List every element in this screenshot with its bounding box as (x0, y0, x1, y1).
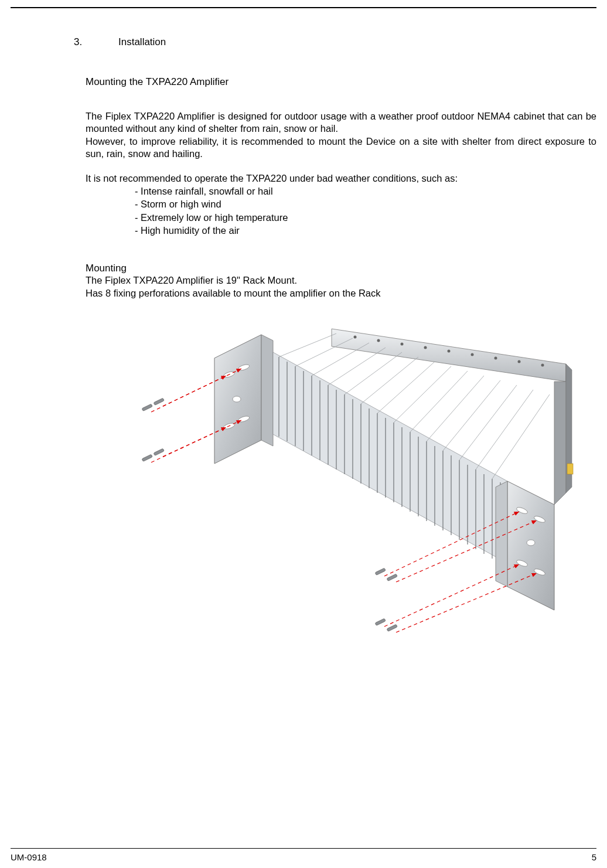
svg-marker-64 (496, 481, 507, 587)
svg-rect-85 (375, 618, 386, 625)
svg-line-56 (394, 366, 451, 423)
svg-line-58 (427, 376, 484, 441)
svg-line-49 (279, 333, 336, 357)
footer-rule (11, 848, 596, 849)
svg-rect-86 (387, 624, 397, 631)
svg-rect-80 (154, 398, 164, 405)
subsection-heading: Mounting the TXPA220 Amplifier (86, 76, 596, 88)
section-number: 3. (74, 36, 118, 48)
svg-line-53 (345, 352, 402, 394)
svg-line-60 (459, 385, 517, 460)
section-header: 3. Installation (74, 36, 596, 48)
amplifier-mounting-figure (109, 311, 589, 639)
svg-point-6 (471, 353, 474, 356)
condition-list: - Intense rainfall, snowfall or hail - S… (135, 185, 596, 237)
svg-point-2 (377, 339, 380, 342)
page-content: 3. Installation Mounting the TXPA220 Amp… (11, 36, 596, 639)
svg-marker-13 (261, 335, 273, 446)
svg-marker-19 (273, 352, 507, 563)
svg-marker-0 (332, 329, 566, 382)
svg-point-4 (424, 346, 427, 349)
svg-point-8 (518, 360, 521, 363)
svg-line-59 (443, 380, 500, 451)
list-item: - Intense rainfall, snowfall or hail (135, 185, 596, 198)
paragraph: The Fiplex TXPA220 Amplifier is designed… (86, 110, 596, 135)
section-title: Installation (118, 36, 166, 48)
paragraph: Has 8 fixing perforations available to m… (86, 287, 596, 299)
svg-rect-84 (387, 574, 397, 581)
footer-doc-id: UM-0918 (11, 852, 47, 862)
svg-rect-81 (142, 454, 152, 461)
svg-line-55 (377, 362, 435, 413)
svg-point-1 (354, 336, 357, 339)
svg-rect-79 (142, 404, 152, 411)
svg-point-18 (233, 396, 241, 402)
svg-rect-70 (567, 464, 573, 474)
paragraph: The Fiplex TXPA220 Amplifier is 19" Rack… (86, 274, 596, 287)
paragraph: It is not recommended to operate the TXP… (86, 172, 596, 185)
svg-line-52 (328, 348, 386, 385)
list-item: - Storm or high wind (135, 198, 596, 210)
svg-point-69 (527, 540, 535, 546)
svg-point-9 (541, 364, 544, 367)
footer-page-number: 5 (592, 852, 596, 862)
svg-line-57 (410, 371, 468, 432)
paragraph: However, to improve reliability, it is r… (86, 135, 596, 161)
svg-marker-10 (554, 364, 566, 505)
list-item: - Extremely low or high temperature (135, 211, 596, 224)
svg-point-5 (448, 350, 451, 353)
page-footer: UM-0918 5 (11, 848, 596, 862)
svg-line-61 (476, 390, 533, 469)
svg-point-7 (495, 357, 497, 360)
svg-line-54 (361, 357, 418, 404)
svg-line-78 (396, 573, 537, 632)
subsection-heading: Mounting (86, 263, 596, 274)
top-horizontal-rule (11, 7, 596, 8)
svg-rect-83 (375, 568, 386, 575)
svg-point-3 (401, 343, 404, 346)
svg-line-50 (295, 338, 353, 366)
list-item: - High humidity of the air (135, 224, 596, 237)
svg-rect-82 (154, 448, 164, 455)
